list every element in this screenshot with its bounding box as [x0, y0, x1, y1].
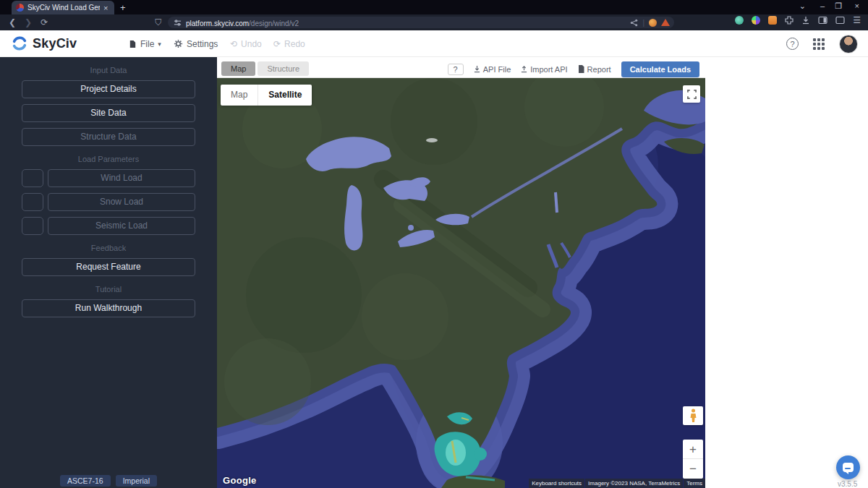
help-button[interactable]: ? — [786, 38, 799, 50]
undo-button[interactable]: ⟲ Undo — [230, 30, 262, 57]
seismic-load-button[interactable]: Seismic Load — [48, 217, 195, 235]
browser-tab[interactable]: SkyCiv Wind Load Generat × — [12, 1, 114, 14]
address-bar[interactable]: platform.skyciv.com/design/wind/v2 | — [168, 17, 674, 28]
apps-grid-icon[interactable] — [813, 38, 825, 50]
section-label-input-data: Input Data — [0, 66, 217, 74]
file-menu[interactable]: File ▾ — [129, 30, 161, 57]
undo-label: Undo — [241, 39, 262, 49]
share-icon[interactable] — [630, 19, 638, 27]
brand-name: SkyCiv — [33, 36, 77, 51]
site-data-button[interactable]: Site Data — [22, 104, 195, 122]
seismic-load-checkbox[interactable] — [22, 217, 43, 235]
url-path: /design/wind/v2 — [249, 20, 299, 27]
redo-button[interactable]: ⟳ Redo — [273, 30, 305, 57]
site-settings-icon[interactable] — [174, 19, 182, 27]
skyciv-logo-icon — [12, 35, 27, 51]
download-icon — [474, 66, 480, 73]
side-panel-icon[interactable] — [818, 16, 827, 25]
forward-icon[interactable]: ❯ — [25, 17, 32, 27]
extension-orange-icon[interactable] — [768, 16, 777, 25]
tab-close-icon[interactable]: × — [103, 4, 108, 12]
zoom-in-button[interactable]: + — [683, 440, 703, 459]
imagery-credit: Imagery ©2023 NASA, TerraMetrics — [585, 479, 683, 488]
structure-data-button[interactable]: Structure Data — [22, 128, 195, 146]
section-label-load-parameters: Load Parameters — [0, 155, 217, 163]
triangle-extension-icon[interactable] — [661, 19, 670, 26]
reload-icon[interactable]: ⟳ — [41, 17, 48, 27]
zoom-out-button[interactable]: − — [683, 459, 703, 479]
settings-menu-label: Settings — [187, 39, 218, 49]
undo-icon: ⟲ — [230, 39, 237, 49]
browser-tab-strip: SkyCiv Wind Load Generat × + ⌄ – ❐ × — [0, 0, 868, 14]
bookmark-icon[interactable]: ⛉ — [155, 17, 161, 27]
pegman-icon — [689, 408, 697, 423]
window-close-button[interactable]: × — [855, 1, 859, 10]
report-doc-icon — [578, 65, 584, 73]
window-menu-chevron-icon[interactable]: ⌄ — [799, 1, 806, 11]
map-canvas[interactable]: Map Satellite + − Google Keyboard shortc… — [217, 78, 705, 488]
map-type-control: Map Satellite — [221, 85, 312, 106]
window-restore-button[interactable]: ❐ — [835, 1, 842, 11]
chat-widget-button[interactable] — [836, 455, 860, 479]
snow-load-checkbox[interactable] — [22, 193, 43, 211]
extension-pinwheel-icon[interactable] — [752, 16, 760, 25]
sidebar: Input Data Project Details Site Data Str… — [0, 57, 217, 488]
skyciv-favicon-icon — [16, 4, 24, 12]
downloads-icon[interactable] — [801, 16, 810, 25]
settings-menu[interactable]: Settings — [174, 30, 218, 57]
extensions-puzzle-icon[interactable] — [785, 16, 793, 25]
snow-load-button[interactable]: Snow Load — [48, 193, 195, 211]
terms-link[interactable]: Terms — [684, 479, 705, 488]
chat-bubble-icon — [843, 463, 854, 472]
file-menu-label: File — [140, 39, 154, 49]
caret-down-icon: ▾ — [158, 40, 161, 48]
run-walkthrough-button[interactable]: Run Walkthrough — [22, 299, 195, 317]
units-chip[interactable]: Imperial — [116, 475, 157, 487]
wind-load-checkbox[interactable] — [22, 169, 43, 187]
satellite-map-image — [217, 78, 705, 488]
tab-map[interactable]: Map — [221, 61, 255, 76]
tab-title: SkyCiv Wind Load Generat — [27, 4, 100, 12]
skyciv-brand[interactable]: SkyCiv — [12, 35, 77, 51]
map-attribution: Keyboard shortcuts Imagery ©2023 NASA, T… — [529, 479, 705, 488]
wind-load-button[interactable]: Wind Load — [48, 169, 195, 187]
map-type-map-button[interactable]: Map — [221, 85, 258, 106]
app-version: v3.5.5 — [838, 480, 857, 488]
browser-menu-icon[interactable]: ☰ — [853, 15, 861, 25]
map-toolbar: Map Structure ? API File Import API Repo… — [217, 60, 705, 78]
request-feature-button[interactable]: Request Feature — [22, 258, 195, 276]
api-file-label: API File — [483, 65, 511, 74]
api-file-button[interactable]: API File — [474, 65, 511, 74]
app-header: SkyCiv File ▾ Settings ⟲ Undo ⟳ Redo ? — [0, 30, 868, 57]
calculate-loads-button[interactable]: Calculate Loads — [621, 61, 699, 77]
report-button[interactable]: Report — [578, 65, 611, 74]
google-logo[interactable]: Google — [223, 475, 257, 486]
gear-icon — [174, 39, 183, 48]
section-label-tutorial: Tutorial — [0, 285, 217, 294]
map-type-satellite-button[interactable]: Satellite — [258, 85, 312, 106]
main-area: Map Structure ? API File Import API Repo… — [217, 57, 868, 488]
project-details-button[interactable]: Project Details — [22, 80, 195, 98]
redo-icon: ⟳ — [273, 39, 281, 49]
tab-search-icon[interactable] — [835, 16, 845, 25]
keyboard-shortcuts-link[interactable]: Keyboard shortcuts — [529, 479, 584, 488]
import-api-button[interactable]: Import API — [521, 65, 567, 74]
back-icon[interactable]: ❮ — [9, 17, 16, 27]
divider: | — [642, 19, 644, 27]
upload-icon — [521, 66, 527, 73]
toolbar-help-button[interactable]: ? — [448, 64, 464, 75]
user-avatar[interactable] — [839, 35, 858, 53]
section-label-feedback: Feedback — [0, 244, 217, 252]
file-icon — [129, 40, 137, 48]
tab-structure[interactable]: Structure — [258, 61, 309, 76]
pegman-control[interactable] — [683, 406, 703, 425]
new-tab-button[interactable]: + — [120, 2, 126, 13]
zoom-control: + − — [683, 440, 703, 479]
design-code-chip[interactable]: ASCE7-16 — [60, 475, 111, 487]
window-minimize-button[interactable]: – — [820, 1, 825, 10]
extension-badge-icon[interactable] — [649, 19, 657, 27]
import-api-label: Import API — [530, 65, 567, 74]
fullscreen-button[interactable] — [683, 85, 700, 103]
extension-green-icon[interactable] — [735, 16, 744, 25]
browser-toolbar-icons: ☰ — [735, 15, 861, 25]
